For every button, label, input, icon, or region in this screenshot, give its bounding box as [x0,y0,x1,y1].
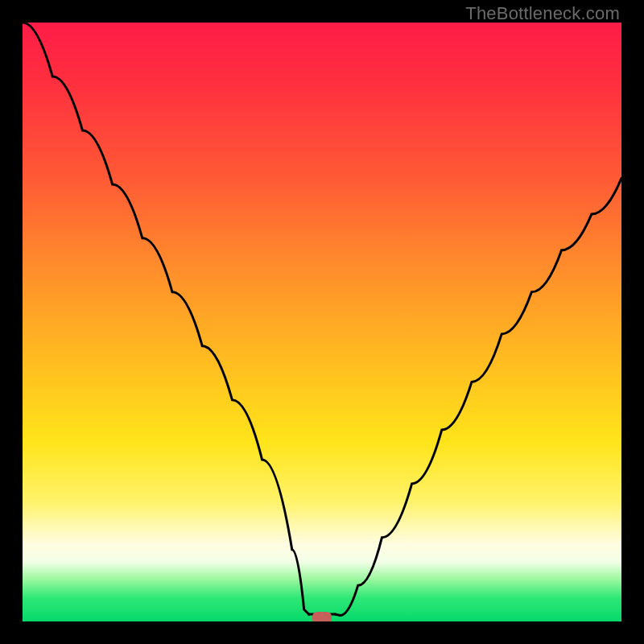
curve-layer [23,23,621,621]
attribution-text: TheBottleneck.com [465,3,620,24]
bottleneck-curve [23,23,621,616]
chart-frame: TheBottleneck.com [0,0,644,644]
current-config-marker [312,612,332,621]
plot-area [23,23,621,621]
